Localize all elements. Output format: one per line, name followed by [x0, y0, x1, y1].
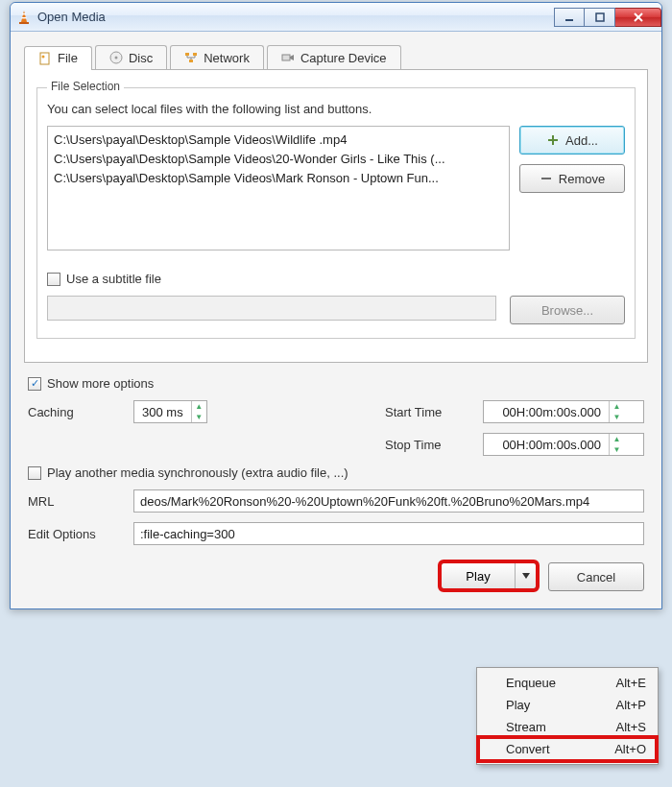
play-dropdown-menu: EnqueueAlt+E PlayAlt+P StreamAlt+S Conve…: [476, 667, 659, 765]
spin-down-icon[interactable]: ▼: [610, 412, 624, 422]
browse-button: Browse...: [510, 296, 625, 324]
start-time-label: Start Time: [385, 405, 471, 419]
stop-time-spinner[interactable]: 00H:00m:00s.000 ▲▼: [483, 433, 644, 456]
sync-label: Play another media synchronously (extra …: [47, 465, 348, 480]
svg-rect-12: [185, 53, 189, 56]
show-more-checkbox[interactable]: ✓: [28, 377, 41, 391]
svg-point-11: [114, 57, 117, 60]
menu-enqueue[interactable]: EnqueueAlt+E: [479, 672, 656, 694]
svg-rect-5: [596, 13, 604, 21]
caching-value: 300 ms: [134, 405, 191, 419]
tab-disc-label: Disc: [129, 51, 153, 65]
file-list[interactable]: C:\Users\payal\Desktop\Sample Videos\Wil…: [47, 126, 510, 250]
tab-capture-label: Capture Device: [300, 51, 387, 65]
edit-options-label: Edit Options: [28, 527, 124, 541]
network-icon: [184, 51, 198, 64]
mrl-input[interactable]: deos/Mark%20Ronson%20-%20Uptown%20Funk%2…: [133, 489, 644, 513]
window-buttons: [554, 8, 661, 27]
svg-rect-3: [21, 17, 26, 18]
minimize-icon: [564, 12, 574, 22]
subtitle-checkbox[interactable]: [47, 273, 60, 286]
menu-convert[interactable]: ConvertAlt+O: [479, 738, 656, 760]
svg-rect-13: [193, 53, 197, 56]
start-time-value: 00H:00m:00s.000: [484, 405, 609, 419]
add-label: Add...: [565, 133, 598, 148]
subtitle-path-field: [47, 296, 496, 321]
play-split-button[interactable]: Play: [441, 562, 537, 589]
list-item[interactable]: C:\Users\payal\Desktop\Sample Videos\20-…: [54, 150, 503, 169]
open-media-window: Open Media File Disc Network Capture Dev: [10, 2, 662, 609]
file-selection-group: File Selection You can select local file…: [36, 87, 636, 339]
svg-rect-1: [19, 22, 29, 24]
tab-network-label: Network: [204, 51, 250, 65]
spin-down-icon[interactable]: ▼: [192, 412, 206, 422]
caching-label: Caching: [28, 405, 124, 419]
mrl-label: MRL: [28, 494, 124, 509]
tab-file[interactable]: File: [24, 46, 92, 70]
show-more-label: Show more options: [47, 376, 154, 391]
close-button[interactable]: [615, 8, 661, 27]
titlebar[interactable]: Open Media: [11, 3, 661, 32]
show-more-options-row: ✓ Show more options: [28, 376, 648, 391]
svg-marker-20: [522, 573, 530, 579]
remove-button[interactable]: Remove: [519, 164, 625, 193]
spin-up-icon[interactable]: ▲: [610, 434, 624, 444]
svg-rect-8: [40, 53, 49, 64]
add-button[interactable]: Add...: [519, 126, 625, 155]
tab-strip: File Disc Network Capture Device: [24, 45, 648, 70]
cancel-button[interactable]: Cancel: [548, 562, 644, 591]
subtitle-label: Use a subtitle file: [66, 272, 161, 286]
maximize-button[interactable]: [585, 8, 615, 27]
file-icon: [38, 52, 52, 65]
spin-down-icon[interactable]: ▼: [610, 444, 624, 455]
list-item[interactable]: C:\Users\payal\Desktop\Sample Videos\Mar…: [54, 169, 503, 188]
svg-rect-18: [548, 139, 558, 141]
file-selection-legend: File Selection: [47, 80, 124, 93]
file-selection-hint: You can select local files with the foll…: [47, 102, 625, 116]
svg-rect-14: [189, 60, 193, 62]
spin-up-icon[interactable]: ▲: [610, 401, 624, 412]
caching-spinner[interactable]: 300 ms ▲▼: [133, 400, 207, 423]
cancel-label: Cancel: [577, 570, 615, 584]
play-button-label: Play: [442, 569, 515, 584]
tab-file-label: File: [58, 51, 78, 65]
minus-icon: [540, 172, 553, 185]
disc-icon: [109, 51, 123, 64]
menu-play[interactable]: PlayAlt+P: [479, 694, 656, 716]
close-icon: [633, 12, 644, 22]
vlc-icon: [16, 10, 32, 25]
dialog-footer: Play Cancel: [28, 562, 644, 591]
svg-marker-0: [21, 11, 27, 22]
spin-up-icon[interactable]: ▲: [192, 401, 206, 412]
svg-marker-16: [290, 55, 294, 60]
edit-options-value: :file-caching=300: [140, 527, 235, 541]
svg-rect-15: [282, 55, 290, 60]
svg-point-9: [42, 55, 45, 58]
tab-disc[interactable]: Disc: [95, 45, 167, 69]
client-area: File Disc Network Capture Device File Se…: [11, 32, 661, 608]
maximize-icon: [595, 12, 605, 22]
svg-rect-19: [541, 178, 551, 179]
chevron-down-icon: [522, 573, 530, 579]
minimize-button[interactable]: [554, 8, 585, 27]
tab-panel: File Selection You can select local file…: [24, 69, 648, 363]
remove-label: Remove: [559, 172, 605, 186]
capture-icon: [281, 51, 295, 64]
menu-stream[interactable]: StreamAlt+S: [479, 716, 656, 738]
svg-rect-2: [22, 13, 26, 14]
play-dropdown-toggle[interactable]: [515, 563, 536, 588]
window-title: Open Media: [37, 10, 106, 24]
stop-time-label: Stop Time: [385, 438, 471, 452]
start-time-spinner[interactable]: 00H:00m:00s.000 ▲▼: [483, 400, 644, 423]
mrl-value: deos/Mark%20Ronson%20-%20Uptown%20Funk%2…: [140, 494, 589, 509]
list-item[interactable]: C:\Users\payal\Desktop\Sample Videos\Wil…: [54, 131, 503, 150]
svg-rect-4: [565, 19, 573, 21]
edit-options-input[interactable]: :file-caching=300: [133, 522, 644, 545]
sync-checkbox[interactable]: [28, 466, 41, 480]
tab-network[interactable]: Network: [170, 45, 264, 69]
plus-icon: [546, 133, 560, 147]
browse-label: Browse...: [541, 303, 593, 318]
stop-time-value: 00H:00m:00s.000: [484, 438, 609, 452]
tab-capture[interactable]: Capture Device: [267, 45, 401, 69]
